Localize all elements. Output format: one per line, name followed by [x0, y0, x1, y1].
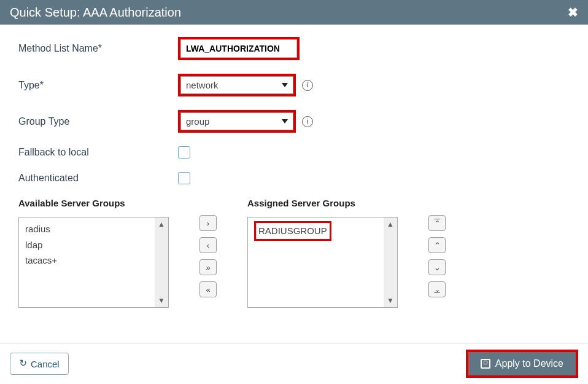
cancel-button[interactable]: ↺ Cancel [10, 353, 69, 375]
move-up-button[interactable]: ⌃ [428, 237, 446, 253]
scroll-up-icon[interactable]: ▲ [387, 220, 394, 229]
authenticated-checkbox[interactable] [178, 172, 190, 184]
label-method-list-name: Method List Name* [18, 43, 178, 54]
transfer-buttons: › ‹ » « [199, 198, 217, 297]
move-left-button[interactable]: ‹ [199, 237, 217, 253]
row-authenticated: Authenticated [18, 172, 573, 184]
move-all-left-button[interactable]: « [199, 281, 217, 297]
available-groups-list[interactable]: radius ldap tacacs+ ▲ ▼ [18, 217, 169, 308]
label-authenticated: Authenticated [18, 173, 178, 184]
order-buttons: ⌃ ⌃ ⌄ ⌄ [428, 198, 446, 297]
close-icon[interactable]: ✖ [568, 5, 578, 20]
group-type-select-value: group [186, 116, 209, 127]
highlight-assigned-item: RADIUSGROUP [254, 221, 331, 241]
method-list-name-input[interactable] [180, 39, 297, 58]
assigned-groups-list[interactable]: RADIUSGROUP ▲ ▼ [247, 217, 398, 308]
label-group-type: Group Type [18, 116, 178, 127]
apply-button-label: Apply to Device [495, 358, 563, 369]
list-item[interactable]: RADIUSGROUP [258, 225, 327, 236]
dialog-header: Quick Setup: AAA Authorization ✖ [0, 0, 588, 25]
type-select[interactable]: network [180, 76, 293, 94]
apply-button[interactable]: Apply to Device [468, 352, 576, 375]
chevron-down-icon [282, 83, 288, 87]
move-bottom-button[interactable]: ⌄ [428, 281, 446, 297]
dialog-footer: ↺ Cancel Apply to Device [0, 343, 588, 384]
row-type: Type* network i [18, 74, 573, 96]
available-groups-title: Available Server Groups [18, 198, 169, 208]
highlight-method-list-name [178, 37, 300, 60]
highlight-type: network [178, 74, 296, 96]
label-fallback: Fallback to local [18, 147, 178, 158]
type-select-value: network [186, 80, 219, 90]
fallback-checkbox[interactable] [178, 146, 190, 159]
row-fallback: Fallback to local [18, 146, 573, 159]
move-top-button[interactable]: ⌃ [428, 215, 446, 231]
move-right-button[interactable]: › [199, 215, 217, 231]
cancel-button-label: Cancel [31, 359, 60, 369]
undo-icon: ↺ [19, 358, 27, 369]
available-groups-column: Available Server Groups radius ldap taca… [18, 198, 169, 308]
scroll-down-icon[interactable]: ▼ [158, 296, 165, 305]
dialog-body: Method List Name* Type* network i Group … [0, 25, 588, 314]
save-icon [481, 359, 490, 369]
assigned-groups-title: Assigned Server Groups [247, 198, 398, 208]
list-item[interactable]: tacacs+ [25, 253, 149, 268]
info-icon[interactable]: i [302, 116, 313, 127]
assigned-groups-items: RADIUSGROUP [248, 217, 384, 307]
scroll-up-icon[interactable]: ▲ [158, 220, 165, 229]
row-group-type: Group Type group i [18, 110, 573, 133]
server-groups-area: Available Server Groups radius ldap taca… [18, 198, 573, 308]
move-down-button[interactable]: ⌄ [428, 259, 446, 275]
highlight-group-type: group [178, 110, 296, 133]
highlight-apply: Apply to Device [466, 350, 578, 378]
assigned-scrollbar[interactable]: ▲ ▼ [384, 217, 397, 307]
scroll-down-icon[interactable]: ▼ [387, 296, 394, 305]
move-all-right-button[interactable]: » [199, 259, 217, 275]
list-item[interactable]: radius [25, 221, 149, 237]
available-groups-items: radius ldap tacacs+ [19, 217, 155, 307]
chevron-down-icon [282, 119, 288, 123]
dialog-title: Quick Setup: AAA Authorization [10, 6, 181, 20]
list-item[interactable]: ldap [25, 237, 149, 253]
info-icon[interactable]: i [302, 80, 313, 91]
group-type-select[interactable]: group [180, 112, 293, 130]
available-scrollbar[interactable]: ▲ ▼ [155, 217, 168, 307]
row-method-list-name: Method List Name* [18, 37, 573, 60]
label-type: Type* [18, 80, 178, 91]
assigned-groups-column: Assigned Server Groups RADIUSGROUP ▲ ▼ [247, 198, 398, 308]
